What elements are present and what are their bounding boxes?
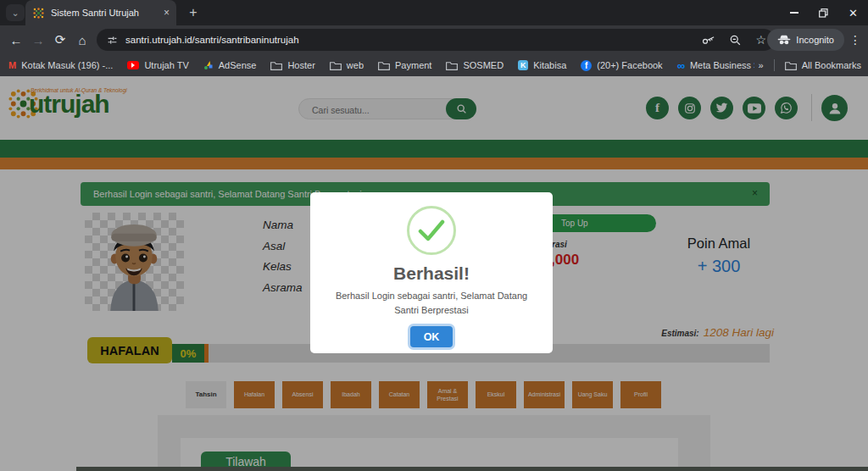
bookmark-label: Hoster <box>287 60 314 70</box>
home-button[interactable]: ⌂ <box>71 25 93 54</box>
reload-button[interactable]: ⟳ <box>49 25 71 54</box>
folder-icon <box>785 61 797 70</box>
tune-icon <box>107 35 118 46</box>
bookmark-label: Payment <box>395 60 431 70</box>
close-icon: ✕ <box>849 7 858 19</box>
browser-menu-button[interactable]: ⋮ <box>846 25 865 54</box>
restore-button[interactable] <box>809 0 838 25</box>
url-text: santri.utrujah.id/santri/santribaninutru… <box>125 35 702 45</box>
folder-icon <box>378 61 390 70</box>
facebook-icon: f <box>581 60 592 71</box>
tab-title: Sistem Santri Utrujah <box>51 8 158 18</box>
bookmark-hoster[interactable]: Hoster <box>270 60 314 71</box>
bookmark-label: AdSense <box>219 60 257 70</box>
bookmark-web[interactable]: web <box>330 60 364 71</box>
folder-icon <box>330 61 342 70</box>
divider <box>774 59 775 71</box>
meta-icon: ∞ <box>677 60 685 71</box>
success-check-icon <box>407 206 456 255</box>
bookmark-payment[interactable]: Payment <box>378 60 431 71</box>
tab-close-icon[interactable]: × <box>164 8 170 18</box>
password-key-icon[interactable] <box>702 35 715 46</box>
bookmark-kitabisa[interactable]: KKitabisa <box>518 60 566 71</box>
bookmark-label: (20+) Facebook <box>597 60 662 70</box>
incognito-icon <box>777 34 791 46</box>
browser-titlebar: ⌄ Sistem Santri Utrujah × + ✕ <box>0 0 868 25</box>
browser-toolbar: ← → ⟳ ⌂ santri.utrujah.id/santri/santrib… <box>0 25 868 54</box>
bookmark-kotak-masuk-196[interactable]: MKotak Masuk (196) -... <box>8 60 113 71</box>
modal-message: Berhasil Login sebagai santri, Selamat D… <box>330 289 533 317</box>
window-controls: ✕ <box>779 0 868 25</box>
bookmark-star-icon[interactable]: ☆ <box>755 34 766 46</box>
bookmark-label: Kitabisa <box>533 60 566 70</box>
bookmark-label: web <box>347 60 364 70</box>
gmail-icon: M <box>8 61 16 70</box>
bookmark-label: Meta Business Suite <box>690 60 754 70</box>
kitabisa-icon: K <box>518 60 528 70</box>
modal-ok-button[interactable]: OK <box>410 326 453 347</box>
modal-title: Berhasil! <box>393 263 470 284</box>
browser-tab[interactable]: Sistem Santri Utrujah × <box>25 0 176 25</box>
minimize-button[interactable] <box>779 0 809 25</box>
new-tab-button[interactable]: + <box>183 3 203 22</box>
bookmark-utrujah-tv[interactable]: Utrujah TV <box>127 60 188 71</box>
all-bookmarks-button[interactable]: All Bookmarks <box>785 60 861 70</box>
tab-search-button[interactable]: ⌄ <box>6 4 25 21</box>
bookmarks-overflow-icon[interactable]: » <box>759 60 764 70</box>
minimize-icon <box>790 12 798 13</box>
close-window-button[interactable]: ✕ <box>838 0 868 25</box>
back-button[interactable]: ← <box>5 25 27 54</box>
page-viewport: Berkhidmat untuk Al-Quran & Teknologi ut… <box>0 76 868 471</box>
all-bookmarks-label: All Bookmarks <box>802 60 861 70</box>
site-favicon-icon <box>32 7 45 19</box>
success-modal: Berhasil! Berhasil Login sebagai santri,… <box>310 192 553 353</box>
bookmark-label: SOSMED <box>463 60 504 70</box>
bookmark-20-facebook[interactable]: f(20+) Facebook <box>581 60 662 71</box>
adsense-icon <box>203 60 214 70</box>
forward-button[interactable]: → <box>27 25 49 54</box>
folder-icon <box>270 61 282 70</box>
chevron-down-icon: ⌄ <box>11 8 19 19</box>
bookmark-adsense[interactable]: AdSense <box>203 60 257 71</box>
bookmarks-bar: MKotak Masuk (196) -...Utrujah TVAdSense… <box>0 54 868 76</box>
bookmark-label: Kotak Masuk (196) -... <box>21 60 113 70</box>
bookmarks-list: MKotak Masuk (196) -...Utrujah TVAdSense… <box>8 60 754 71</box>
restore-icon <box>819 8 828 18</box>
browser-window: ⌄ Sistem Santri Utrujah × + ✕ ← → ⟳ ⌂ sa… <box>0 0 868 471</box>
url-bar[interactable]: santri.utrujah.id/santri/santribaninutru… <box>97 29 775 51</box>
zoom-icon[interactable] <box>729 34 742 47</box>
youtube-icon <box>127 61 139 69</box>
bookmark-sosmed[interactable]: SOSMED <box>446 60 504 71</box>
bookmark-meta-business-suite[interactable]: ∞Meta Business Suite <box>677 60 754 71</box>
incognito-label: Incognito <box>796 35 834 45</box>
folder-icon <box>446 61 458 70</box>
bookmarks-right: » All Bookmarks <box>759 54 861 76</box>
incognito-badge: Incognito <box>767 29 844 51</box>
bookmark-label: Utrujah TV <box>144 60 188 70</box>
